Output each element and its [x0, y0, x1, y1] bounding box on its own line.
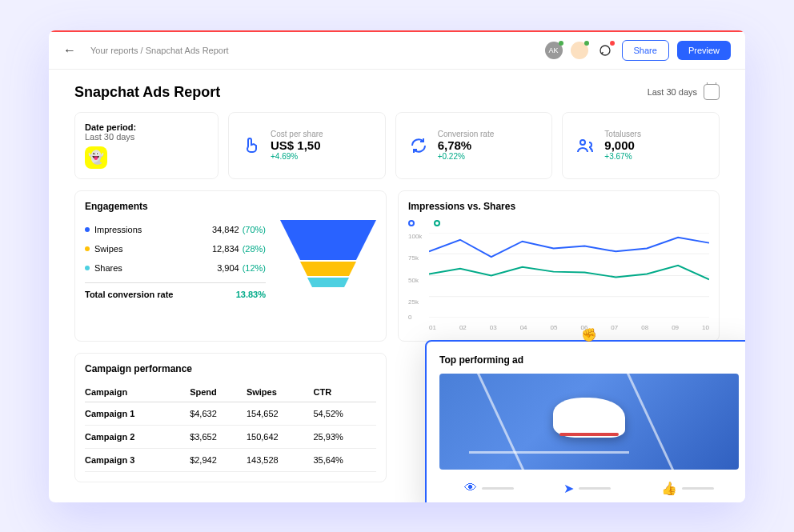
- metric-label: Totalusers: [604, 130, 641, 138]
- performance-title: Campaign performance: [85, 363, 376, 374]
- metric-cost-per-share: Cost per share US$ 1,50 +4.69%: [228, 112, 386, 179]
- table-row[interactable]: Campaign 3$2,942143,52835,64%: [85, 448, 376, 471]
- impressions-shares-card: Impressions vs. Shares 100k 75k 50k 25k …: [398, 190, 720, 342]
- top-performing-ad-card[interactable]: ✊ Top performing ad 👁 ➤ 👍: [425, 340, 745, 502]
- topbar-right: AK Share Preview: [545, 40, 731, 61]
- th-spend: Spend: [190, 382, 247, 402]
- cell: $4,632: [190, 402, 247, 425]
- refresh-icon: [407, 134, 430, 157]
- table-row[interactable]: Campaign 1$4,632154,65254,52%: [85, 402, 376, 425]
- funnel-chart: [280, 220, 376, 300]
- engagement-row-shares: Shares3,904(12%): [85, 258, 266, 278]
- engagements-card: Engagements Impressions34,842(70%) Swipe…: [74, 190, 387, 342]
- table-header-row: Campaign Spend Swipes CTR: [85, 382, 376, 402]
- svg-marker-2: [280, 220, 376, 260]
- engagement-total: Total conversion rate13.83%: [85, 282, 266, 299]
- metric-value: US$ 1,50: [271, 138, 323, 152]
- cell: 25,93%: [314, 425, 377, 448]
- cell: Campaign 1: [85, 402, 190, 425]
- presence-dot-icon: [559, 41, 563, 46]
- svg-point-1: [580, 140, 585, 145]
- metric-value: 9,000: [604, 138, 641, 152]
- metric-total-users: Totalusers 9,000 +3.67%: [562, 112, 720, 179]
- table-row[interactable]: Campaign 2$3,652150,64225,93%: [85, 425, 376, 448]
- th-swipes: Swipes: [247, 382, 314, 402]
- users-icon: [574, 134, 596, 157]
- performance-table: Campaign Spend Swipes CTR Campaign 1$4,6…: [85, 382, 376, 472]
- svg-marker-4: [307, 278, 349, 287]
- charts-row: Engagements Impressions34,842(70%) Swipe…: [74, 190, 720, 342]
- engagement-label: Impressions: [94, 225, 212, 234]
- chart-legend: [408, 220, 709, 226]
- x-tick: 04: [520, 324, 527, 331]
- engagement-pct: (28%): [243, 244, 266, 254]
- summary-row: Date period: Last 30 days 👻 Cost per sha…: [74, 112, 720, 179]
- metric-value: 6,78%: [438, 138, 495, 152]
- cell: 154,652: [247, 402, 314, 425]
- date-period-label: Date period:: [85, 122, 208, 132]
- avatar-user-1[interactable]: AK: [545, 42, 563, 59]
- date-period-card: Date period: Last 30 days 👻: [74, 112, 219, 179]
- metric-change: +0.22%: [438, 152, 495, 161]
- y-tick: 75k: [408, 254, 419, 262]
- preview-button[interactable]: Preview: [677, 41, 731, 60]
- legend-dot-icon: [85, 246, 90, 251]
- pointer-icon: [240, 134, 263, 157]
- metric-change: +3.67%: [604, 152, 641, 161]
- chat-button[interactable]: [596, 42, 614, 59]
- cell: $3,652: [190, 425, 247, 448]
- svg-marker-3: [300, 262, 356, 276]
- y-tick: 25k: [408, 298, 419, 306]
- campaign-performance-card: Campaign performance Campaign Spend Swip…: [74, 353, 387, 482]
- notification-dot-icon: [610, 41, 615, 46]
- stat-bar: [482, 487, 514, 490]
- grab-cursor-icon: ✊: [581, 327, 597, 342]
- chart-title: Impressions vs. Shares: [408, 201, 709, 212]
- ad-decor: [469, 451, 629, 454]
- engagements-list: Impressions34,842(70%) Swipes12,834(28%)…: [85, 220, 266, 299]
- x-tick: 05: [551, 324, 558, 331]
- x-tick: 02: [459, 324, 467, 331]
- ad-preview-image: [439, 374, 739, 470]
- total-value: 13.83%: [236, 290, 266, 299]
- presence-dot-icon: [584, 41, 589, 46]
- line-chart: 100k 75k 50k 25k 0: [408, 233, 709, 321]
- x-tick: 03: [490, 324, 497, 331]
- total-label: Total conversion rate: [85, 290, 173, 299]
- y-tick: 0: [408, 314, 411, 321]
- date-range-picker[interactable]: Last 30 days: [648, 84, 720, 100]
- x-tick: 10: [702, 324, 709, 331]
- ad-decor: [616, 374, 685, 470]
- th-campaign: Campaign: [85, 382, 190, 402]
- engagement-value: 3,904: [217, 263, 239, 273]
- date-period-value: Last 30 days: [85, 132, 208, 142]
- legend-dot-icon: [85, 266, 90, 270]
- legend-dot-icon: [85, 227, 90, 232]
- page-title: Snapchat Ads Report: [74, 84, 220, 101]
- metric-conversion-rate: Conversion rate 6,78% +0.22%: [395, 112, 553, 179]
- cell: 143,528: [247, 448, 314, 471]
- y-tick: 50k: [408, 277, 419, 284]
- ad-stat-clicks: ➤: [563, 481, 611, 496]
- calendar-icon: [704, 84, 720, 100]
- cell: $2,942: [190, 448, 247, 471]
- ad-stats-row: 👁 ➤ 👍: [439, 481, 739, 496]
- breadcrumb[interactable]: Your reports / Snapchat Ads Report: [90, 46, 229, 55]
- snapchat-icon: 👻: [85, 146, 107, 169]
- cell: 35,64%: [314, 448, 377, 471]
- x-axis: 01020304050607080910: [408, 324, 709, 331]
- ad-decor: [466, 374, 535, 470]
- stat-bar: [579, 487, 611, 490]
- cell: Campaign 2: [85, 425, 190, 448]
- app-window: ← Your reports / Snapchat Ads Report AK …: [49, 30, 745, 502]
- cell: 54,52%: [314, 402, 377, 425]
- engagement-pct: (70%): [243, 225, 266, 234]
- avatar-user-2[interactable]: [571, 42, 588, 59]
- title-row: Snapchat Ads Report Last 30 days: [74, 84, 720, 101]
- ad-stat-likes: 👍: [661, 481, 714, 496]
- cell: 150,642: [247, 425, 314, 448]
- share-button[interactable]: Share: [622, 40, 669, 61]
- y-tick: 100k: [408, 233, 422, 240]
- back-button[interactable]: ←: [63, 43, 76, 58]
- metric-label: Cost per share: [271, 130, 323, 138]
